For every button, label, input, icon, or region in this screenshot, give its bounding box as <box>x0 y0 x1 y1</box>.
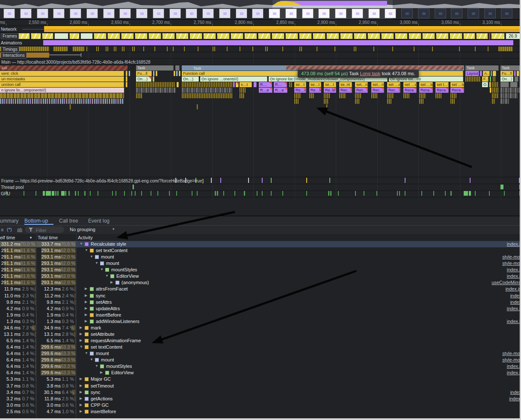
table-row[interactable]: 3.7 ms0.8 %3.8 ms0.8 %▶setTimeout <box>0 383 521 389</box>
frame-cell[interactable] <box>491 33 505 39</box>
film-thumbnail[interactable] <box>401 9 413 18</box>
flame-bar[interactable] <box>387 99 391 104</box>
twisty-icon[interactable]: ▼ <box>100 267 104 271</box>
twisty-icon[interactable]: ▼ <box>90 358 93 361</box>
flame-bar[interactable] <box>492 82 498 87</box>
flame-bar[interactable] <box>177 82 179 87</box>
frame-cell[interactable] <box>489 33 490 39</box>
total-time-column-header[interactable]: Total time <box>38 235 58 240</box>
source-link[interactable]: index.js <box>507 370 521 375</box>
film-thumbnail[interactable] <box>136 9 148 18</box>
frame-cell[interactable] <box>367 33 380 39</box>
film-thumbnail[interactable] <box>484 9 496 18</box>
flame-bar[interactable] <box>450 99 455 104</box>
flame-bar[interactable] <box>500 93 518 98</box>
flame-bar[interactable]: un microtasks <box>0 76 124 82</box>
frame-cell[interactable] <box>463 33 475 39</box>
table-row[interactable]: 6.4 ms1.4 %299.6 ms63.3 %▼mountstyle-mod <box>0 350 521 357</box>
twisty-icon[interactable]: ▼ <box>80 345 83 349</box>
source-link[interactable]: style-mod <box>502 351 521 356</box>
flame-bar[interactable] <box>182 82 232 87</box>
flame-bar[interactable]: Task <box>465 65 499 70</box>
flame-bar[interactable]: set…nt <box>355 82 368 87</box>
twisty-icon[interactable]: ▶ <box>80 326 82 329</box>
flame-bar[interactable] <box>493 76 495 82</box>
film-thumbnail[interactable] <box>418 9 429 18</box>
flame-bar[interactable]: n ignore lis…omponents\/) <box>0 88 124 93</box>
table-row[interactable]: 6.4 ms1.4 %299.6 ms63.3 %▼mountstyle-mod <box>0 357 521 363</box>
flame-bar[interactable]: vent: click <box>0 71 124 76</box>
frame-cell[interactable] <box>258 33 271 39</box>
flame-bar[interactable]: unction call <box>0 82 124 87</box>
flame-bar[interactable] <box>240 93 245 98</box>
twisty-icon[interactable]: ▼ <box>85 248 88 252</box>
flame-bar[interactable]: R…e <box>274 88 287 93</box>
flame-bar[interactable] <box>174 71 175 76</box>
table-row[interactable]: 34.6 ms7.3 %34.9 ms7.4 %▶mark <box>0 325 521 331</box>
frame-cell[interactable] <box>121 33 134 39</box>
flame-bar[interactable] <box>136 88 175 93</box>
flame-bar[interactable] <box>480 71 482 76</box>
flame-bar[interactable] <box>500 99 509 104</box>
film-thumbnail[interactable] <box>501 9 512 18</box>
flame-bar[interactable]: Re…le <box>309 88 321 93</box>
flame-bar[interactable] <box>240 88 246 93</box>
table-row[interactable]: 1.3 ms0.3 %1.3 ms0.3 %▶addWindowListener… <box>0 318 521 325</box>
table-row[interactable]: 13.1 ms2.8 %13.1 ms2.8 %▶setAttribute <box>0 331 521 338</box>
source-link[interactable]: useCodeMirror <box>491 280 521 285</box>
twisty-icon[interactable]: ▼ <box>80 242 83 246</box>
frame-cell[interactable] <box>409 33 421 39</box>
frame-cell[interactable] <box>231 33 243 39</box>
match-case-icon[interactable]: a <box>1 227 3 232</box>
twisty-icon[interactable]: ▶ <box>85 294 87 297</box>
frame-cell[interactable] <box>313 33 326 39</box>
table-row[interactable]: 291.1 ms61.6 %293.1 ms62.0 %▼mountstyle-… <box>0 260 521 267</box>
flame-bar[interactable]: Reca…yle <box>450 88 464 93</box>
flame-bar[interactable] <box>0 99 124 104</box>
twisty-icon[interactable]: ▶ <box>80 332 82 336</box>
flame-bar[interactable]: se…t <box>324 82 336 87</box>
twisty-icon[interactable]: ▶ <box>85 300 87 304</box>
flame-bar[interactable]: Layout <box>465 71 479 76</box>
table-row[interactable]: 6.4 ms1.4 %299.6 ms63.3 %▼mountStylesind… <box>0 363 521 370</box>
flame-bar[interactable] <box>136 82 175 87</box>
source-link[interactable]: style-mod <box>502 357 521 362</box>
flame-bar[interactable] <box>490 88 491 93</box>
flame-bar[interactable]: set …ent <box>387 82 400 87</box>
table-row[interactable]: 11.0 ms2.3 %11.2 ms2.4 %▶syncindex. <box>0 293 521 299</box>
film-thumbnail[interactable] <box>20 9 32 18</box>
tab-bottom-up[interactable]: Bottom-up <box>24 218 48 224</box>
film-thumbnail[interactable] <box>103 9 115 18</box>
flame-bar[interactable] <box>175 65 180 70</box>
frame-cell[interactable] <box>203 33 216 39</box>
film-thumbnail[interactable] <box>169 9 181 18</box>
twisty-icon[interactable]: ▶ <box>85 287 87 291</box>
flame-bar[interactable]: Task <box>500 65 521 70</box>
twisty-icon[interactable]: ▼ <box>85 351 88 355</box>
frame-cell[interactable] <box>94 33 107 39</box>
flame-bar[interactable] <box>490 76 491 82</box>
flame-bar[interactable]: A… <box>483 71 490 76</box>
source-link[interactable]: index.js <box>507 241 521 247</box>
source-link[interactable]: style-mod <box>502 261 521 266</box>
twisty-icon[interactable]: ▶ <box>85 306 87 310</box>
frame-cell[interactable] <box>272 33 284 39</box>
frame-cell[interactable] <box>148 33 161 39</box>
table-row[interactable]: 291.1 ms61.6 %293.1 ms62.0 %▼mountstyle-… <box>0 254 521 260</box>
flame-bar[interactable] <box>500 82 509 87</box>
flame-bar[interactable]: O… <box>482 82 488 87</box>
source-link[interactable]: index.js <box>507 306 521 311</box>
table-row[interactable]: 5.3 ms1.1 %5.3 ms1.1 %▶Major GC <box>0 376 521 382</box>
tab-event-log[interactable]: Event log <box>88 218 110 224</box>
table-row[interactable]: 291.1 ms61.6 %293.1 ms62.0 %▼EditorViewi… <box>0 273 521 279</box>
flame-bar[interactable] <box>126 76 127 82</box>
flame-bar[interactable] <box>153 76 154 82</box>
flame-bar[interactable] <box>129 71 130 76</box>
twisty-icon[interactable]: ▶ <box>80 403 82 407</box>
frame-cell[interactable] <box>135 33 148 39</box>
film-thumbnail[interactable] <box>435 9 446 18</box>
frame-cell[interactable] <box>436 33 449 39</box>
flame-bar[interactable] <box>465 76 481 82</box>
flame-bar[interactable]: R… <box>274 82 287 87</box>
tab-ummary[interactable]: ummary <box>0 218 18 224</box>
